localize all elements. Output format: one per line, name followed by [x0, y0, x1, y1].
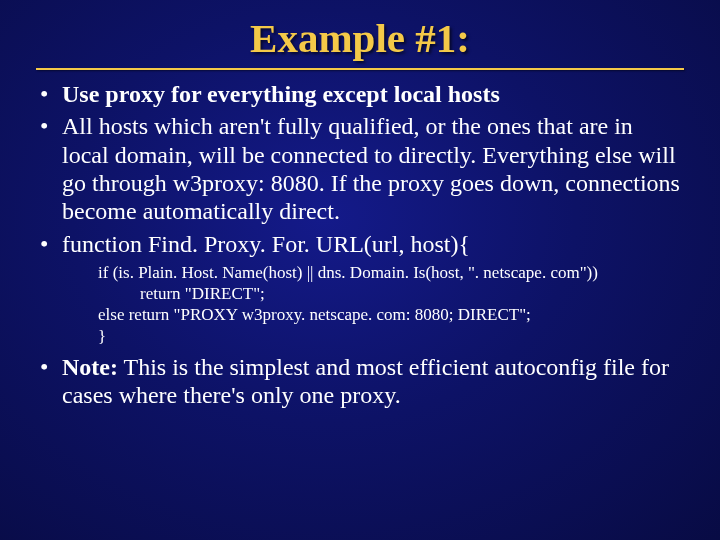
slide-title: Example #1: — [36, 14, 684, 62]
bullet-2-text: All hosts which aren't fully qualified, … — [62, 113, 680, 224]
code-line-1: if (is. Plain. Host. Name(host) || dns. … — [98, 262, 684, 283]
note-text: This is the simplest and most efficient … — [62, 354, 669, 408]
code-line-2: return "DIRECT"; — [98, 283, 684, 304]
bullet-1: Use proxy for everything except local ho… — [36, 80, 684, 108]
bullet-2: All hosts which aren't fully qualified, … — [36, 112, 684, 225]
note-label: Note: — [62, 354, 118, 380]
bullet-3-text: function Find. Proxy. For. URL(url, host… — [62, 231, 470, 257]
bullet-1-text: Use proxy for everything except local ho… — [62, 81, 500, 107]
code-block: if (is. Plain. Host. Name(host) || dns. … — [98, 262, 684, 347]
code-line-3: else return "PROXY w3proxy. netscape. co… — [98, 304, 684, 325]
bullet-list: Use proxy for everything except local ho… — [36, 80, 684, 258]
title-rule — [36, 68, 684, 70]
slide: Example #1: Use proxy for everything exc… — [0, 0, 720, 434]
code-line-4: } — [98, 326, 684, 347]
bullet-4: Note: This is the simplest and most effi… — [36, 353, 684, 410]
bullet-list-2: Note: This is the simplest and most effi… — [36, 353, 684, 410]
bullet-3: function Find. Proxy. For. URL(url, host… — [36, 230, 684, 258]
